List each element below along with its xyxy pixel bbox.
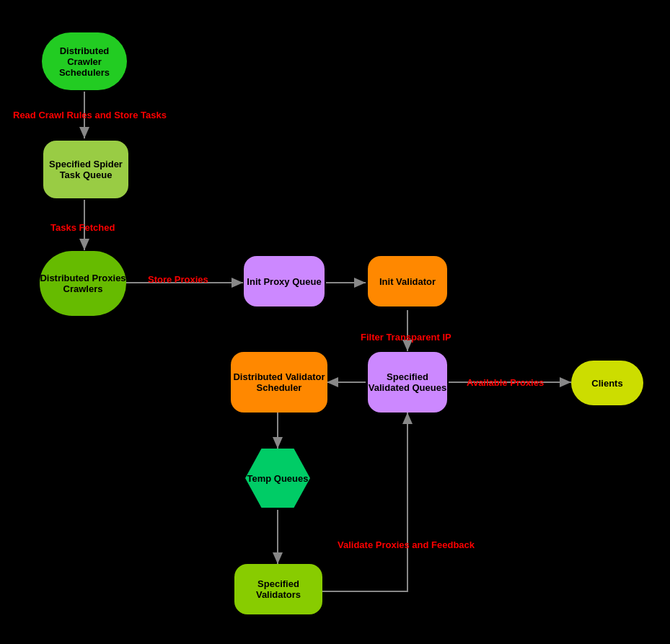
temp-queues-label: Temp Queues [247, 473, 308, 484]
specified-spider-task-queue-node: Specified Spider Task Queue [43, 141, 128, 198]
validate-proxies-and-feedback-label: Validate Proxies and Feedback [338, 539, 475, 550]
read-crawl-rules-label: Read Crawl Rules and Store Tasks [13, 110, 167, 120]
init-validator-label: Init Validator [379, 276, 436, 287]
distributed-proxies-crawlers-label: Distributed Proxies Crawlers [40, 273, 126, 294]
available-proxies-label: Available Proxies [467, 377, 544, 388]
tasks-fetched-label: Tasks Fetched [50, 222, 115, 233]
store-proxies-label: Store Proxies [148, 274, 208, 285]
distributed-validator-scheduler-node: Distributed Validator Scheduler [231, 352, 327, 413]
distributed-crawler-schedulers-label: Distributed Crawler Schedulers [42, 45, 127, 78]
distributed-crawler-schedulers-node: Distributed Crawler Schedulers [42, 32, 127, 90]
specified-spider-task-queue-label: Specified Spider Task Queue [43, 159, 128, 180]
specified-validators-label: Specified Validators [234, 578, 322, 600]
clients-label: Clients [591, 378, 622, 389]
filter-transparent-ip-label: Filter Transparent IP [361, 332, 451, 343]
specified-validators-node: Specified Validators [234, 564, 322, 614]
specified-validated-queues-node: Specified Validated Queues [368, 352, 447, 413]
init-proxy-queue-node: Init Proxy Queue [244, 256, 325, 306]
init-proxy-queue-label: Init Proxy Queue [247, 276, 321, 287]
init-validator-node: Init Validator [368, 256, 447, 306]
distributed-validator-scheduler-label: Distributed Validator Scheduler [231, 371, 327, 393]
clients-node: Clients [571, 361, 643, 405]
temp-queues-node: Temp Queues [245, 449, 310, 508]
distributed-proxies-crawlers-node: Distributed Proxies Crawlers [40, 251, 126, 316]
specified-validated-queues-label: Specified Validated Queues [368, 371, 447, 393]
